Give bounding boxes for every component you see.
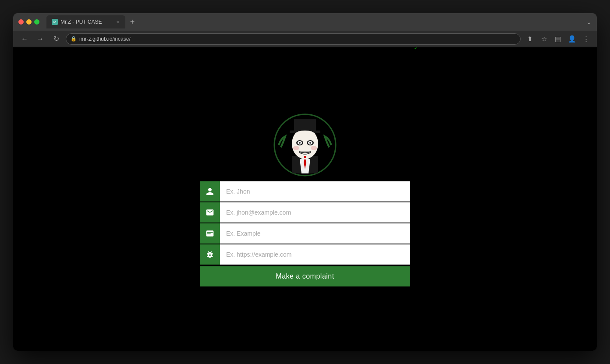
maximize-button[interactable] (34, 19, 39, 25)
bookmark-button[interactable]: ☆ (538, 33, 550, 45)
name-field-row (200, 181, 410, 201)
profile-button[interactable]: 👤 (566, 33, 578, 45)
email-field-row (200, 202, 410, 223)
active-tab[interactable]: M Mr.Z - PUT CASE × (46, 15, 125, 28)
subject-icon (200, 223, 220, 244)
nav-bar: ← → ↻ 🔒 imr-z.github.io/incase/ ⬆ ☆ ▤ 👤 … (13, 31, 597, 47)
subject-field-row (200, 223, 410, 244)
close-button[interactable] (18, 19, 24, 25)
nav-actions: ⬆ ☆ ▤ 👤 ⋮ (524, 33, 592, 45)
svg-point-8 (295, 131, 315, 138)
tab-title: Mr.Z - PUT CASE (60, 19, 113, 25)
svg-rect-7 (294, 119, 316, 132)
url-field-row (200, 244, 410, 265)
email-icon (200, 202, 220, 223)
svg-rect-17 (304, 156, 306, 158)
menu-button[interactable]: ⋮ (580, 33, 592, 45)
title-bar: M Mr.Z - PUT CASE × + ⌄ (13, 13, 597, 31)
bug-icon (200, 244, 220, 265)
svg-point-13 (299, 142, 301, 144)
tab-area: M Mr.Z - PUT CASE × + ⌄ (46, 15, 592, 28)
reader-view-button[interactable]: ▤ (552, 33, 564, 45)
back-button[interactable]: ← (18, 33, 31, 45)
minimize-button[interactable] (26, 19, 32, 25)
name-input[interactable] (220, 181, 410, 201)
submit-button[interactable]: Make a complaint (200, 266, 410, 286)
url-bar[interactable]: 🔒 imr-z.github.io/incase/ (66, 33, 521, 45)
svg-point-14 (309, 142, 311, 144)
email-input[interactable] (220, 202, 410, 223)
page-content: Make a complaint (13, 47, 597, 351)
svg-point-15 (293, 146, 299, 150)
complaint-form: Make a complaint (200, 112, 410, 286)
tab-favicon: M (52, 19, 58, 25)
new-tab-button[interactable]: + (127, 17, 138, 27)
subject-input[interactable] (220, 223, 410, 244)
lock-icon: 🔒 (71, 36, 77, 42)
url-text: imr-z.github.io/incase/ (79, 36, 516, 42)
name-icon (200, 181, 220, 201)
anonymous-logo (272, 112, 338, 178)
browser-window: M Mr.Z - PUT CASE × + ⌄ ← → ↻ 🔒 imr-z.gi… (13, 13, 597, 351)
tab-close-button[interactable]: × (116, 18, 120, 25)
traffic-lights (18, 19, 39, 25)
url-path: /incase/ (112, 36, 130, 42)
url-input[interactable] (220, 244, 410, 265)
forward-button[interactable]: → (34, 33, 46, 45)
reload-button[interactable]: ↻ (50, 33, 62, 45)
tab-overflow-button[interactable]: ⌄ (586, 18, 592, 25)
form-fields: Make a complaint (200, 181, 410, 286)
svg-point-16 (311, 146, 317, 150)
url-domain: imr-z.github.io (79, 36, 112, 42)
share-button[interactable]: ⬆ (524, 33, 536, 45)
